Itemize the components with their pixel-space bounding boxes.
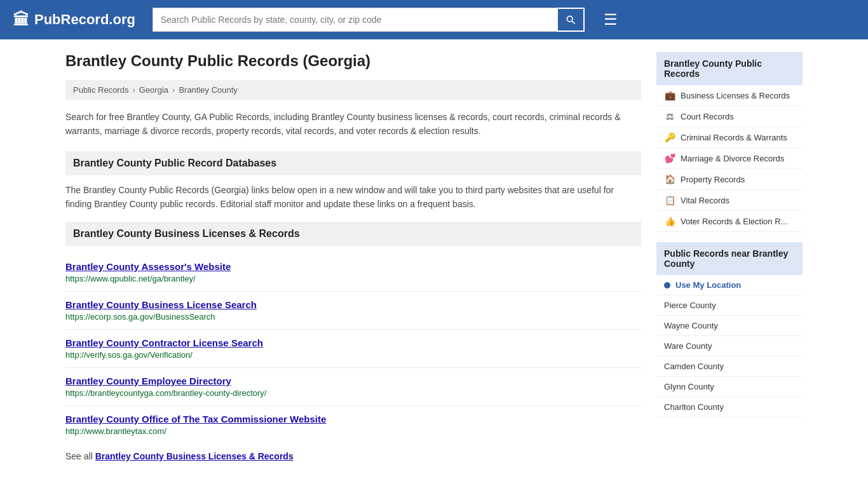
nearby-county-item[interactable]: Pierce County (656, 295, 803, 316)
sidebar-item-icon: 🏠 (664, 174, 675, 184)
search-icon (566, 15, 576, 25)
record-url: http://www.brantleytax.com/ (65, 426, 641, 436)
record-entry: Brantley County Employee Directory https… (65, 368, 641, 406)
svg-point-0 (567, 16, 573, 22)
breadcrumb-sep-2: › (172, 85, 175, 95)
sidebar-public-records-box: Brantley County Public Records 💼 Busines… (656, 52, 803, 232)
databases-section-header: Brantley County Public Record Databases (65, 151, 641, 175)
nearby-county-item[interactable]: Ware County (656, 336, 803, 356)
sidebar-item-label: Property Records (681, 175, 745, 184)
record-url: https://www.qpublic.net/ga/brantley/ (65, 274, 641, 283)
sidebar: Brantley County Public Records 💼 Busines… (656, 52, 803, 461)
use-location-label: Use My Location (675, 280, 741, 290)
sidebar-item-icon: 💼 (664, 90, 675, 100)
sidebar-record-item[interactable]: 🏠 Property Records (656, 169, 803, 190)
sidebar-nearby-header: Public Records near Brantley County (656, 242, 803, 275)
nearby-county-label: Camden County (664, 362, 724, 371)
nearby-county-label: Ware County (664, 341, 712, 351)
sidebar-item-label: Business Licenses & Records (681, 91, 790, 100)
nearby-county-item[interactable]: Wayne County (656, 316, 803, 336)
record-url: https://brantleycountyga.com/brantley-co… (65, 388, 641, 398)
sidebar-record-item[interactable]: 💼 Business Licenses & Records (656, 85, 803, 106)
search-input[interactable] (153, 8, 557, 32)
record-entry: Brantley County Assessor's Website https… (65, 254, 641, 292)
site-logo[interactable]: 🏛 PubRecord.org (13, 10, 140, 30)
record-entry: Brantley County Contractor License Searc… (65, 330, 641, 368)
site-header: 🏛 PubRecord.org ☰ (0, 0, 868, 39)
sidebar-item-label: Voter Records & Election R... (681, 217, 787, 226)
nearby-county-label: Charlton County (664, 402, 724, 412)
logo-icon: 🏛 (13, 10, 29, 30)
record-url: http://verify.sos.ga.gov/Verification/ (65, 350, 641, 360)
breadcrumb-link-georgia[interactable]: Georgia (139, 85, 168, 95)
sidebar-record-item[interactable]: 👍 Voter Records & Election R... (656, 211, 803, 232)
content-area: Brantley County Public Records (Georgia)… (65, 52, 641, 461)
sidebar-item-icon: 📋 (664, 195, 675, 205)
see-all-link[interactable]: Brantley County Business Licenses & Reco… (95, 451, 294, 461)
sidebar-item-label: Vital Records (681, 196, 729, 205)
menu-button[interactable]: ☰ (604, 11, 618, 29)
sidebar-item-icon: 💕 (664, 153, 675, 163)
record-title[interactable]: Brantley County Business License Search (65, 299, 641, 310)
nearby-counties-container: Pierce CountyWayne CountyWare CountyCamd… (656, 295, 803, 417)
logo-text: PubRecord.org (34, 11, 135, 28)
record-url: https://ecorp.sos.ga.gov/BusinessSearch (65, 312, 641, 322)
sidebar-record-item[interactable]: 💕 Marriage & Divorce Records (656, 148, 803, 169)
breadcrumb-link-public-records[interactable]: Public Records (73, 85, 128, 95)
sidebar-record-item[interactable]: 🔑 Criminal Records & Warrants (656, 127, 803, 148)
record-title[interactable]: Brantley County Assessor's Website (65, 261, 641, 272)
sidebar-item-icon: 🔑 (664, 132, 675, 142)
databases-description: The Brantley County Public Records (Geor… (65, 183, 641, 212)
page-description: Search for free Brantley County, GA Publ… (65, 110, 641, 139)
nearby-county-item[interactable]: Glynn County (656, 377, 803, 397)
sidebar-items-container: 💼 Business Licenses & Records ⚖ Court Re… (656, 85, 803, 232)
sidebar-record-item[interactable]: ⚖ Court Records (656, 106, 803, 127)
see-all-section: See all Brantley County Business License… (65, 451, 641, 461)
record-entry: Brantley County Office of The Tax Commis… (65, 406, 641, 444)
breadcrumb: Public Records › Georgia › Brantley Coun… (65, 80, 641, 100)
search-container (153, 8, 585, 32)
record-entry: Brantley County Business License Search … (65, 292, 641, 330)
sidebar-nearby-box: Public Records near Brantley County Use … (656, 242, 803, 417)
record-title[interactable]: Brantley County Office of The Tax Commis… (65, 414, 641, 424)
sidebar-item-icon: ⚖ (664, 111, 675, 121)
record-title[interactable]: Brantley County Contractor License Searc… (65, 337, 641, 348)
sidebar-item-label: Marriage & Divorce Records (681, 154, 784, 163)
breadcrumb-sep-1: › (132, 85, 135, 95)
sidebar-item-icon: 👍 (664, 216, 675, 226)
business-section-header: Brantley County Business Licenses & Reco… (65, 222, 641, 246)
nearby-county-item[interactable]: Charlton County (656, 397, 803, 417)
location-dot-icon (664, 282, 670, 288)
main-container: Brantley County Public Records (Georgia)… (53, 39, 815, 474)
sidebar-record-item[interactable]: 📋 Vital Records (656, 190, 803, 211)
records-list: Brantley County Assessor's Website https… (65, 254, 641, 444)
search-button[interactable] (557, 8, 585, 32)
sidebar-item-label: Court Records (681, 112, 734, 121)
record-title[interactable]: Brantley County Employee Directory (65, 376, 641, 386)
use-my-location[interactable]: Use My Location (656, 275, 803, 295)
svg-line-1 (572, 21, 575, 24)
nearby-county-item[interactable]: Camden County (656, 356, 803, 377)
see-all-text: See all (65, 451, 95, 461)
sidebar-item-label: Criminal Records & Warrants (681, 133, 787, 142)
nearby-county-label: Wayne County (664, 321, 718, 330)
sidebar-public-records-header: Brantley County Public Records (656, 52, 803, 85)
nearby-county-label: Pierce County (664, 301, 716, 310)
page-title: Brantley County Public Records (Georgia) (65, 52, 641, 70)
nearby-county-label: Glynn County (664, 382, 714, 391)
breadcrumb-current: Brantley County (179, 85, 238, 95)
